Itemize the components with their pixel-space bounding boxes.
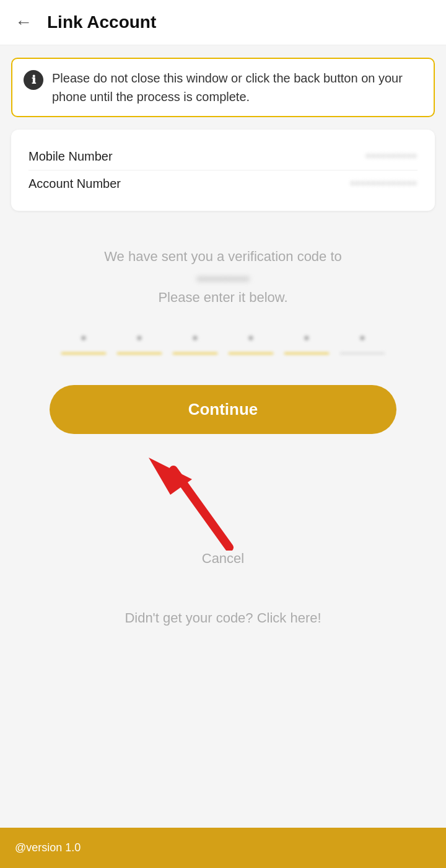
otp-digit-3[interactable] — [173, 328, 217, 354]
continue-button[interactable]: Continue — [50, 385, 396, 434]
mobile-label: Mobile Number — [28, 149, 113, 164]
mobile-value: •••••••••• — [366, 150, 418, 163]
main-content: We have sent you a verification code to … — [0, 221, 446, 828]
otp-digit-6[interactable] — [340, 328, 385, 354]
footer: @version 1.0 — [0, 828, 446, 868]
verification-line2: Please enter it below. — [158, 290, 287, 306]
header: ← Link Account — [0, 0, 446, 45]
masked-phone: ••••••••••• — [197, 271, 250, 287]
account-number-row: Account Number ••••••••••••• — [28, 170, 418, 197]
account-number-label: Account Number — [28, 177, 121, 191]
mobile-row: Mobile Number •••••••••• — [28, 143, 418, 170]
otp-digit-4[interactable] — [229, 328, 273, 354]
info-icon: ℹ — [24, 70, 43, 90]
arrow-annotation — [50, 451, 396, 551]
otp-digit-1[interactable] — [61, 328, 106, 354]
otp-digit-5[interactable] — [284, 328, 329, 354]
page-title: Link Account — [47, 12, 156, 32]
otp-digit-2[interactable] — [117, 328, 162, 354]
verification-line1: We have sent you a verification code to — [104, 246, 342, 267]
warning-banner: ℹ Please do not close this window or cli… — [11, 58, 435, 117]
arrow-svg — [50, 451, 396, 551]
account-card: Mobile Number •••••••••• Account Number … — [11, 130, 435, 211]
cancel-button[interactable]: Cancel — [202, 551, 244, 567]
version-text: @version 1.0 — [15, 841, 81, 854]
resend-link[interactable]: Didn't get your code? Click here! — [125, 610, 321, 626]
otp-container — [22, 328, 424, 354]
warning-text: Please do not close this window or click… — [52, 69, 422, 106]
account-number-value: ••••••••••••• — [351, 177, 418, 190]
back-button[interactable]: ← — [15, 14, 32, 31]
